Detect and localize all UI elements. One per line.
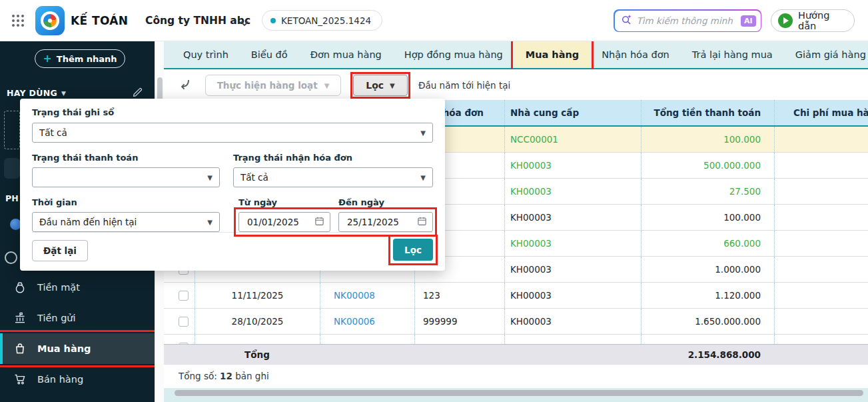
smart-search-input[interactable]: Tìm kiếm thông minh AI (614, 9, 761, 32)
tab-don-mua-hang[interactable]: Đơn mua hàng (299, 41, 393, 68)
export-arrow-icon[interactable] (179, 78, 192, 93)
from-date-input[interactable]: 01/01/2025 (238, 212, 330, 232)
search-placeholder: Tìm kiếm thông minh (637, 15, 737, 26)
chevron-down-icon[interactable] (240, 18, 249, 29)
calendar-icon[interactable] (417, 216, 427, 228)
header-supplier[interactable]: Nhà cung cấp (504, 100, 641, 125)
from-date-label: Từ ngày (238, 197, 277, 207)
sidebar-item-tien-gui[interactable]: Tiền gửi (0, 303, 155, 333)
cell-total: 1.120.000 (641, 283, 774, 308)
cell-invoice-no: 999999 (414, 309, 504, 334)
tab-hop-dong-mua-hang[interactable]: Hợp đồng mua hàng (393, 41, 514, 68)
horizontal-scrollbar[interactable] (175, 390, 863, 396)
tab-giam-gia-hang[interactable]: Giảm giá hàng (784, 41, 868, 68)
favorite-slot-fragment (4, 111, 20, 149)
caret-down-icon: ▼ (61, 90, 66, 97)
table-total-row: Tổng 2.154.868.000 (164, 344, 868, 365)
active-period-label: Đầu năm tới hiện tại (418, 80, 510, 91)
top-bar: KẾ TOÁN Công ty TNHH abc KETOAN_2025.142… (0, 0, 868, 41)
tab-tra-lai-hang-mua[interactable]: Trả lại hàng mua (681, 41, 784, 68)
cell-supplier: KH00003 (504, 257, 641, 282)
row-checkbox[interactable] (179, 317, 189, 327)
record-count: Tổng số: 12 bản ghi (179, 371, 269, 381)
filter-dropdown-button[interactable]: Lọc ▼ (353, 75, 408, 96)
search-icon (620, 13, 633, 28)
sidebar-item-ban-hang[interactable]: Bán hàng (0, 364, 155, 395)
shopping-bag-icon (13, 342, 27, 355)
cell-date: 28/10/2025 (195, 309, 320, 334)
batch-action-button[interactable]: Thực hiện hàng loạt ▼ (205, 75, 341, 96)
cell-date: 11/11/2025 (195, 283, 320, 308)
header-total[interactable]: Tổng tiền thanh toán (641, 100, 774, 125)
quick-add-button[interactable]: + Thêm nhanh (35, 49, 125, 68)
app-window: KẾ TOÁN Công ty TNHH abc KETOAN_2025.142… (0, 0, 868, 402)
edit-pencil-icon[interactable] (132, 87, 143, 100)
apply-filter-button[interactable]: Lọc (393, 239, 433, 261)
cell-total: 100.000 (641, 127, 774, 152)
cell-total: 660.000 (641, 231, 774, 256)
cell-cost (774, 205, 868, 230)
tab-bieu-do[interactable]: Biểu đồ (240, 41, 299, 68)
cell-supplier: KH00003 (504, 309, 641, 334)
reset-button[interactable]: Đặt lại (32, 240, 88, 261)
payment-status-select[interactable]: ▼ (32, 167, 220, 187)
cell-supplier: NCC00001 (504, 127, 641, 152)
shopping-cart-icon (13, 373, 27, 386)
header-purchase-cost[interactable]: Chi phí mua hàng (774, 100, 868, 125)
clock-icon-partial (5, 251, 17, 264)
cell-total: 1.000.000 (641, 257, 774, 282)
cell-doc-no[interactable]: NK00006 (320, 309, 414, 334)
table-row[interactable]: 11/11/2025 NK00008 123 KH00003 1.120.000 (164, 283, 868, 309)
cell-total: 1.650.000.000 (641, 309, 774, 334)
caret-down-icon: ▼ (207, 174, 213, 181)
posting-status-label: Trạng thái ghi sổ (32, 107, 114, 117)
play-icon (778, 13, 793, 28)
guide-button[interactable]: Hướng dẫn (771, 9, 855, 32)
row-checkbox[interactable] (179, 291, 189, 301)
plus-icon: + (43, 53, 51, 64)
toolbar: Thực hiện hàng loạt ▼ Lọc ▼ Đầu năm tới … (164, 69, 868, 100)
invoice-status-label: Trạng thái nhận hóa đơn (233, 153, 352, 163)
cell-cost (774, 127, 868, 152)
tab-quy-trinh[interactable]: Quy trình (172, 41, 240, 68)
app-name: KẾ TOÁN (71, 14, 128, 27)
sidebar-item-mua-hang[interactable]: Mua hàng (0, 333, 155, 364)
cell-cost (774, 283, 868, 308)
to-date-label: Đến ngày (338, 197, 384, 207)
cell-cost (774, 153, 868, 178)
period-select[interactable]: Đầu năm đến hiện tại ▼ (32, 212, 220, 232)
cell-supplier: KH00003 (504, 179, 641, 204)
invoice-status-select[interactable]: Tất cả ▼ (233, 167, 433, 187)
caret-down-icon: ▼ (420, 174, 426, 181)
cell-cost (774, 231, 868, 256)
table-row[interactable]: 28/10/2025 NK00006 999999 KH00003 1.650.… (164, 309, 868, 335)
sidebar-item-tien-mat[interactable]: Tiền mặt (0, 272, 155, 303)
tab-nhan-hoa-don[interactable]: Nhận hóa đơn (590, 41, 681, 68)
sidebar-button-fragment (4, 158, 20, 179)
money-bag-icon (13, 281, 27, 294)
cell-total: 27.500 (641, 179, 774, 204)
section-label-partial: PH (5, 193, 19, 203)
cell-doc-no[interactable]: NK00008 (320, 283, 414, 308)
tab-bar: Quy trình Biểu đồ Đơn mua hàng Hợp đồng … (164, 41, 868, 69)
cell-supplier: KH00003 (504, 205, 641, 230)
caret-down-icon: ▼ (207, 219, 213, 226)
frequent-section-header[interactable]: HAY DÙNG ▼ (7, 88, 66, 98)
version-badge: KETOAN_2025.1424 (262, 10, 382, 31)
calendar-icon[interactable] (314, 216, 324, 228)
cell-cost (774, 309, 868, 334)
app-logo-icon[interactable] (35, 6, 65, 35)
payment-status-label: Trạng thái thanh toán (32, 153, 138, 163)
ai-badge: AI (741, 15, 756, 27)
caret-down-icon: ▼ (420, 129, 426, 137)
company-selector[interactable]: Công ty TNHH abc (145, 15, 250, 27)
cell-cost (774, 179, 868, 204)
cell-supplier: KH00003 (504, 231, 641, 256)
cell-cost (774, 257, 868, 282)
cell-total: 100.000 (641, 205, 774, 230)
posting-status-select[interactable]: Tất cả ▼ (32, 123, 433, 143)
status-dot (270, 18, 276, 23)
tab-mua-hang[interactable]: Mua hàng (514, 41, 590, 68)
to-date-input[interactable]: 25/11/2025 (338, 212, 433, 232)
app-grid-icon[interactable] (11, 13, 25, 28)
